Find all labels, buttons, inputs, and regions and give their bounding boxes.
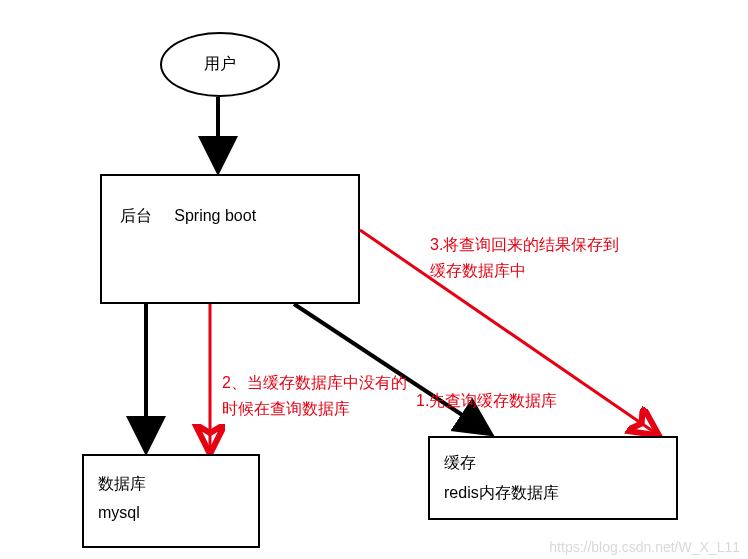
cache-label-1: 缓存 <box>444 448 662 478</box>
database-node: 数据库 mysql <box>82 454 260 548</box>
backend-label-2: Spring boot <box>174 207 256 224</box>
db-label-1: 数据库 <box>98 470 244 499</box>
backend-label-1: 后台 <box>120 207 152 224</box>
watermark: https://blog.csdn.net/W_X_L11 <box>549 539 740 555</box>
annotation-step3: 3.将查询回来的结果保存到缓存数据库中 <box>430 232 630 283</box>
user-node: 用户 <box>160 32 280 97</box>
user-label: 用户 <box>204 54 236 75</box>
annotation-step2: 2、当缓存数据库中没有的时候在查询数据库 <box>222 370 417 421</box>
annotation-step1: 1.先查询缓存数据库 <box>416 388 557 414</box>
backend-node: 后台 Spring boot <box>100 174 360 304</box>
db-label-2: mysql <box>98 499 244 528</box>
cache-label-2: redis内存数据库 <box>444 478 662 508</box>
cache-node: 缓存 redis内存数据库 <box>428 436 678 520</box>
